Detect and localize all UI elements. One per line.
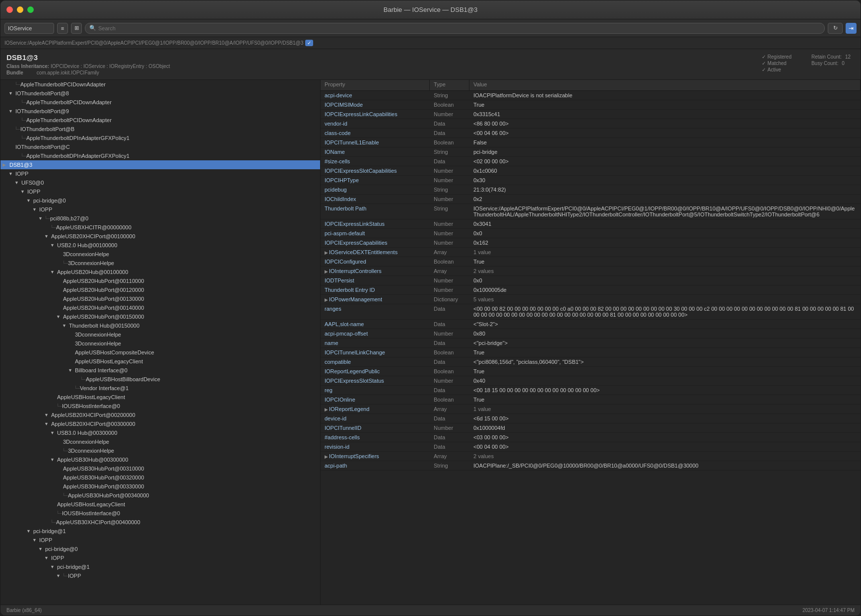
tree-label: AppleThunderboltPCIDownAdapter [26,99,112,105]
tree-item[interactable]: ▼Thunderbolt Hub@00150000 [0,321,320,330]
tree-item[interactable]: ▶DSB1@3 [0,160,320,169]
maximize-button[interactable] [27,6,34,13]
tree-item[interactable]: ▼pci-bridge@1 [0,527,320,536]
tree-item[interactable]: ▼IOThunderboltPort@8 [0,89,320,98]
table-row: IOPCITunnelLinkChange Boolean True [321,348,861,357]
detail-property: IOPCITunnelLinkChange [321,349,430,356]
tree-item[interactable]: ▼UFS0@0 [0,178,320,187]
detail-property: IOPCIExpressCapabilities [321,239,430,246]
tree-label: IOPP [39,206,52,212]
tree-panel[interactable]: └─AppleThunderboltPCIDownAdapter ▼IOThun… [0,80,321,605]
table-row[interactable]: ▶IOInterruptControllers Array 2 values [321,267,861,276]
tree-item[interactable]: AppleUSB30HubPort@00310000 [0,464,320,473]
detail-property[interactable]: ▶IOReportLegend [321,406,430,412]
tree-item[interactable]: AppleUSB20HubPort@00140000 [0,303,320,312]
tree-item[interactable]: AppleUSB20HubPort@00120000 [0,285,320,294]
expand-arrow: ▶ [325,407,328,412]
tree-item[interactable]: ▼AppleUSB20XHCIPort@00200000 [0,411,320,419]
tree-item[interactable]: AppleUSBHostLegacyClient [0,393,320,402]
tree-label: USB2.0 Hub@00100000 [57,242,117,248]
table-row[interactable]: ▶IOInterruptSpecifiers Array 2 values [321,452,861,461]
tree-item[interactable]: AppleUSB30HubPort@00320000 [0,473,320,482]
tree-item[interactable]: └─IOUSBHostInterface@0 [0,402,320,411]
detail-value: 21:3:0(74:82) [469,186,861,193]
tree-item[interactable]: AppleUSB30HubPort@00330000 [0,482,320,491]
tree-item[interactable]: └─IOThunderboltPort@B [0,125,320,134]
detail-value: 0x1000004fd [469,424,861,431]
table-row[interactable]: ▶IOReportLegend Array 1 value [321,405,861,414]
tree-item[interactable]: ▼└─pci808b,b27@0 [0,214,320,223]
tree-item[interactable]: ▼IOPP [0,536,320,545]
tree-item[interactable]: └─AppleThunderboltPCIDownAdapter [0,116,320,125]
tree-item[interactable]: 3DconnexionHelpe [0,250,320,259]
tree-item[interactable]: └─AppleThunderboltDPInAdapterGFXPolicy1 [0,151,320,160]
tree-item[interactable]: ▼USB3.0 Hub@00300000 [0,428,320,437]
list-view-button[interactable]: ≡ [57,23,68,34]
tree-item[interactable]: └─AppleUSB30HubPort@00340000 [0,491,320,500]
service-input[interactable] [4,23,54,34]
detail-type: Number [430,177,469,184]
tree-item[interactable]: └─AppleUSB30XHCIPort@00400000 [0,518,320,527]
search-input[interactable] [98,25,820,31]
tree-item[interactable]: └─AppleUSBXHCITR@00000000 [0,223,320,232]
grid-view-button[interactable]: ⊞ [71,23,82,34]
tree-item[interactable]: 3DconnexionHelpe [0,330,320,339]
tree-item[interactable]: └─Vendor Interface@1 [0,384,320,393]
tree-item[interactable]: ▼IOPP [0,187,320,196]
tree-item[interactable]: └─AppleUSBHostBillboardDevice [0,375,320,384]
tree-item[interactable]: ▼IOThunderboltPort@9 [0,107,320,116]
minimize-button[interactable] [17,6,23,13]
detail-type: Number [430,330,469,337]
col-header-value: Value [469,80,861,90]
tree-item[interactable]: AppleUSB20HubPort@00110000 [0,276,320,285]
nav-button[interactable]: ⇥ [846,23,857,34]
tree-item[interactable]: └─AppleThunderboltPCIDownAdapter [0,98,320,107]
table-row[interactable]: ▶IOPowerManagement Dictionary 5 values [321,295,861,304]
detail-type: Number [430,220,469,227]
detail-type: String [430,92,469,99]
tree-item[interactable]: └─AppleThunderboltPCIDownAdapter [0,80,320,89]
tree-label: DSB1@3 [9,162,32,168]
tree-item[interactable]: AppleUSBHostLegacyClient [0,357,320,366]
table-row: reg Data <00 18 15 00 00 00 00 00 00 00 … [321,386,861,395]
detail-property[interactable]: ▶IOInterruptSpecifiers [321,453,430,460]
tree-item[interactable]: AppleUSBHostLegacyClient [0,500,320,509]
detail-property[interactable]: ▶IOPowerManagement [321,296,430,303]
tree-item[interactable]: ▼IOPP [0,205,320,214]
tree-item[interactable]: ▼AppleUSB20HubPort@00150000 [0,312,320,321]
tree-item[interactable]: └─3DconnexionHelpe [0,259,320,268]
detail-type: Array [430,453,469,460]
tree-item[interactable]: ▼AppleUSB20XHCIPort@00300000 [0,419,320,428]
tree-item[interactable]: ▼IOPP [0,169,320,178]
close-button[interactable] [6,6,13,13]
tree-item[interactable]: ▼AppleUSB20Hub@00100000 [0,268,320,276]
tree-item[interactable]: IOThunderboltPort@C [0,142,320,151]
tree-item[interactable]: └─AppleThunderboltDPInAdapterGFXPolicy1 [0,134,320,142]
detail-property[interactable]: ▶IOInterruptControllers [321,268,430,274]
detail-type: Boolean [430,396,469,403]
tree-item[interactable]: ▼USB2.0 Hub@00100000 [0,241,320,250]
tree-item[interactable]: ▼Billboard Interface@0 [0,366,320,375]
tree-item[interactable]: ▼pci-bridge@1 [0,562,320,571]
tree-item[interactable]: └─3DconnexionHelpe [0,446,320,455]
tree-item[interactable]: ▼IOPP [0,553,320,562]
table-row: ranges Data <00 00 00 82 00 00 00 00 00 … [321,304,861,320]
tree-item[interactable]: └─IOUSBHostInterface@0 [0,509,320,518]
detail-property[interactable]: ▶IOServiceDEXTEntitlements [321,249,430,256]
tree-item[interactable]: ▼pci-bridge@0 [0,545,320,553]
tree-item[interactable]: AppleUSBHostCompositeDevice [0,348,320,357]
table-row[interactable]: ▶IOServiceDEXTEntitlements Array 1 value [321,248,861,257]
tree-item[interactable]: 3DconnexionHelpe [0,339,320,348]
action-button[interactable]: ↻ [828,23,843,34]
tree-item[interactable]: AppleUSB20HubPort@00130000 [0,294,320,303]
tree-item[interactable]: ▼AppleUSB30Hub@00300000 [0,455,320,464]
tree-label: IOThunderboltPort@9 [15,108,69,114]
tree-item[interactable]: ▼pci-bridge@0 [0,196,320,205]
detail-property: reg [321,387,430,394]
tree-item[interactable]: ▼└─IOPP [0,571,320,580]
tree-item[interactable]: 3DconnexionHelpe [0,437,320,446]
detail-property: revision-id [321,443,430,450]
tree-item[interactable]: ▼AppleUSB20XHCIPort@00100000 [0,232,320,241]
tree-label: Thunderbolt Hub@00150000 [69,323,139,329]
tree-label: AppleThunderboltDPInAdapterGFXPolicy1 [26,135,130,141]
